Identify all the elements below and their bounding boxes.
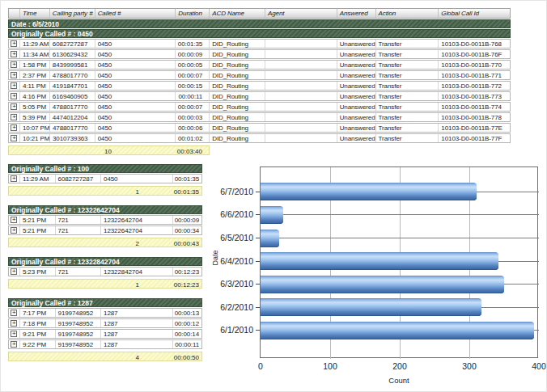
column-header-acd-name: ACD Name	[210, 9, 265, 18]
call-row[interactable]: +2:37 PM4788017770045000:00:07DID_Routin…	[8, 70, 511, 80]
call-report-screen: TimeCalling party #Called #DurationACD N…	[0, 0, 547, 392]
expand-cell: +	[9, 330, 20, 338]
cell-agent	[265, 124, 337, 132]
cell-acd: DID_Routing	[210, 82, 265, 90]
cell-called: 0450	[95, 40, 176, 48]
cell-duration: 00:00:15	[176, 82, 210, 90]
expand-row-button[interactable]: +	[11, 268, 17, 275]
call-row[interactable]: +5:05 PM4788017770045000:00:07DID_Routin…	[8, 102, 511, 112]
expand-cell: +	[9, 103, 20, 111]
summary-count: 10	[95, 146, 175, 154]
expand-row-button[interactable]: +	[11, 310, 17, 316]
cell-duration: 00:00:09	[173, 216, 201, 224]
call-row[interactable]: +5:21 PM7211232264270400:00:09	[8, 215, 202, 225]
expand-row-button[interactable]: +	[11, 124, 17, 131]
cell-action: Transfer	[376, 124, 439, 132]
call-row[interactable]: +11:29 AM6082727287045000:01:35	[8, 174, 202, 183]
summary-spacer	[9, 187, 101, 195]
expand-row-button[interactable]: +	[11, 227, 17, 234]
summary-count: 4	[101, 352, 173, 360]
expand-row-button[interactable]: +	[11, 114, 17, 120]
cell-time: 10:07 PM	[20, 124, 50, 132]
call-row[interactable]: +10:21 PM3010739363045000:01:02DID_Routi…	[8, 133, 511, 143]
expand-cell: +	[9, 113, 20, 121]
x-tick-label: 300	[453, 361, 486, 371]
cell-duration: 00:00:34	[173, 226, 201, 234]
cell-time: 10:21 PM	[20, 134, 50, 142]
cell-called: 1287	[101, 309, 173, 317]
expand-cell: +	[9, 92, 20, 100]
category-tick	[256, 330, 260, 331]
summary-count: 1	[101, 280, 173, 288]
cell-answered: Unanswered	[337, 92, 376, 100]
call-row[interactable]: +4:11 PM4191847701045000:00:15DID_Routin…	[8, 81, 511, 91]
group-summary-row: 400:00:50	[8, 352, 202, 361]
category-label: 6/7/2010	[211, 187, 253, 196]
expand-cell: +	[9, 134, 20, 142]
chart-bar	[261, 298, 481, 316]
summary-spacer	[9, 238, 101, 247]
cell-acd: DID_Routing	[210, 50, 265, 58]
cell-calling: 3010739363	[50, 134, 95, 142]
call-row[interactable]: +4:16 PM6169460905045000:00:11DID_Routin…	[8, 91, 511, 101]
cell-global_id: 10103-D0-0011B-76F	[439, 50, 510, 58]
expand-row-button[interactable]: +	[11, 61, 17, 68]
category-label: 6/6/2010	[211, 209, 253, 219]
expand-row-button[interactable]: +	[11, 217, 17, 223]
expand-cell: +	[9, 61, 20, 69]
cell-agent	[265, 71, 337, 79]
summary-spacer	[9, 352, 101, 360]
expand-row-button[interactable]: +	[11, 82, 17, 89]
expand-cell: +	[9, 268, 20, 276]
expand-row-button[interactable]: +	[11, 93, 17, 99]
called-group-section: Originally Called # : 1287+7:17 PM919974…	[8, 298, 202, 361]
call-row[interactable]: +1:58 PM8439999581045000:00:05DID_Routin…	[8, 60, 511, 70]
cell-called: 0450	[95, 92, 176, 100]
cell-calling: 4474012204	[50, 113, 95, 121]
summary-count: 2	[101, 238, 173, 247]
cell-action: Transfer	[376, 40, 439, 48]
call-row[interactable]: +7:17 PM9199748952128700:00:13	[8, 308, 202, 318]
expand-row-button[interactable]: +	[11, 51, 17, 57]
called-group-band: Originally Called # : 100	[8, 164, 202, 173]
cell-calling: 721	[56, 226, 102, 234]
called-group-label: Originally Called # : 12322842704	[11, 258, 120, 266]
called-group-label: Originally Called # : 1287	[11, 299, 93, 307]
category-tick	[256, 192, 260, 192]
cell-called: 0450	[95, 82, 176, 90]
called-group-band: Originally Called # : 12322842704	[8, 257, 202, 266]
expand-row-button[interactable]: +	[11, 175, 17, 182]
cell-global_id: 10103-D0-0011B-77E	[439, 124, 510, 132]
expand-row-button[interactable]: +	[11, 72, 17, 78]
cell-action: Transfer	[376, 71, 439, 79]
call-row[interactable]: +10:07 PM4788017770045000:00:06DID_Routi…	[8, 123, 511, 133]
chart-bar	[261, 183, 477, 200]
column-header-expand	[9, 9, 20, 18]
calls-by-date-chart: Count Date 6/7/20106/6/20106/5/20106/4/2…	[211, 158, 546, 391]
column-header-agent: Agent	[265, 9, 337, 18]
call-row[interactable]: +9:21 PM9199748952128700:00:14	[8, 329, 202, 339]
call-row[interactable]: +5:39 PM4474012204045000:00:03DID_Routin…	[8, 112, 511, 122]
gridline-category	[261, 214, 539, 215]
call-row[interactable]: +11:29 AM6082727287045000:01:35DID_Routi…	[8, 39, 511, 48]
call-row[interactable]: +5:21 PM7211232264270400:00:34	[8, 226, 202, 235]
cell-time: 11:29 AM	[20, 175, 56, 183]
category-tick	[256, 284, 260, 285]
call-row[interactable]: +11:34 AM6130629432045000:00:09DID_Routi…	[8, 49, 511, 59]
cell-time: 9:22 PM	[20, 340, 56, 348]
cell-acd: DID_Routing	[210, 134, 265, 142]
expand-row-button[interactable]: +	[11, 341, 17, 348]
expand-row-button[interactable]: +	[11, 40, 17, 47]
expand-row-button[interactable]: +	[11, 331, 17, 337]
expand-row-button[interactable]: +	[11, 135, 17, 141]
cell-action: Transfer	[376, 82, 439, 90]
cell-called: 12322842704	[101, 268, 173, 276]
call-row[interactable]: +5:23 PM7211232284270400:12:23	[8, 267, 202, 276]
cell-action: Transfer	[376, 134, 439, 142]
cell-duration: 00:00:14	[173, 330, 201, 338]
expand-row-button[interactable]: +	[11, 103, 17, 110]
expand-row-button[interactable]: +	[11, 320, 17, 327]
call-row[interactable]: +9:22 PM9199748952128700:00:11	[8, 339, 202, 349]
call-row[interactable]: +7:18 PM9199748952128700:00:12	[8, 318, 202, 328]
cell-duration: 00:00:13	[173, 309, 201, 317]
